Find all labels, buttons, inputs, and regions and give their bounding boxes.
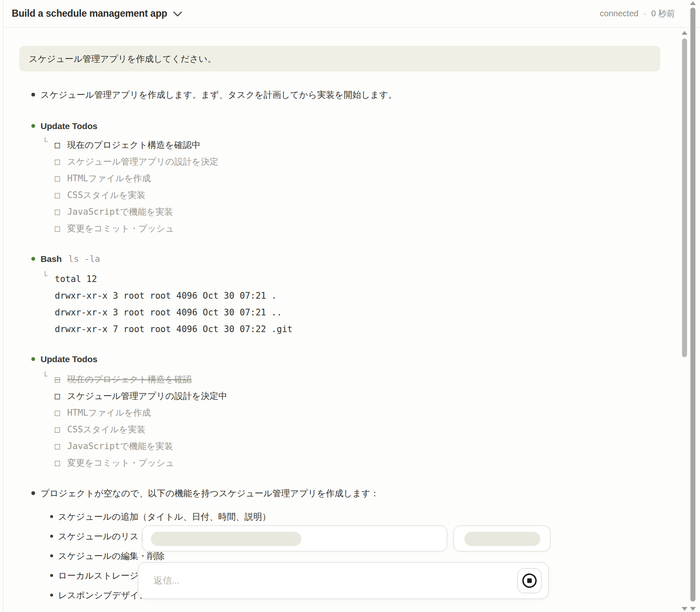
tree-corner-icon: └ — [43, 137, 47, 146]
user-message: スケジュール管理アプリを作成してください。 — [19, 46, 660, 71]
scroll-down-arrow-icon[interactable] — [682, 607, 687, 611]
app-window: Build a schedule management app connecte… — [0, 0, 700, 612]
connection-status: connected · 0 秒前 — [600, 8, 675, 19]
checkbox-icon: □ — [55, 140, 60, 150]
todo-item: └ □現在のプロジェクト構造を確認 — [55, 371, 679, 388]
reply-composer[interactable]: 返信... — [138, 562, 549, 599]
conversation-scroll-area[interactable]: スケジュール管理アプリを作成してください。 スケジュール管理アプリを作成します。… — [4, 28, 679, 612]
checkbox-icon: □ — [55, 223, 60, 234]
todo-item: □HTMLファイルを作成 — [55, 170, 679, 187]
tool-bullet-icon — [31, 257, 35, 261]
todo-item-text: JavaScriptで機能を実装 — [67, 207, 173, 217]
page-title: Build a schedule management app — [12, 8, 167, 19]
loading-skeleton-card — [453, 526, 550, 551]
bash-command: ls -la — [69, 254, 100, 264]
checkbox-icon: □ — [55, 173, 60, 183]
tool-call-update-todos: Update Todos — [41, 120, 679, 132]
todo-list: └ □現在のプロジェクト構造を確認 □スケジュール管理アプリの設計を決定中 □H… — [55, 371, 679, 471]
todo-item-text: HTMLファイルを作成 — [67, 173, 151, 183]
skeleton-pill — [151, 532, 301, 546]
todo-item: □スケジュール管理アプリの設計を決定 — [55, 153, 679, 170]
bash-output-line: drwxr-xr-x 7 root root 4096 Oct 30 07:22… — [55, 321, 679, 338]
todo-item: □CSSスタイルを実装 — [55, 421, 679, 438]
scroll-down-arrow-icon[interactable] — [690, 607, 696, 611]
header: Build a schedule management app connecte… — [3, 0, 700, 28]
todo-item: □変更をコミット・プッシュ — [55, 220, 679, 237]
scrollbar-thumb[interactable] — [690, 8, 695, 602]
tool-call-update-todos: Update Todos — [41, 353, 679, 365]
todo-item-text: CSSスタイルを実装 — [67, 424, 145, 434]
todo-list: └ □現在のプロジェクト構造を確認中 □スケジュール管理アプリの設計を決定 □H… — [55, 137, 679, 237]
tool-bullet-icon — [31, 124, 35, 128]
todo-item-text: HTMLファイルを作成 — [67, 408, 151, 418]
todo-item: □JavaScriptで機能を実装 — [55, 203, 679, 220]
tool-call-bash: Bashls -la — [41, 253, 679, 265]
bash-output-text: drwxr-xr-x 3 root root 4096 Oct 30 07:21… — [55, 291, 277, 301]
tool-name: Update Todos — [41, 121, 97, 131]
assistant-message-text: プロジェクトが空なので、以下の機能を持つスケジュール管理アプリを作成します： — [41, 488, 379, 498]
tree-corner-icon: └ — [43, 371, 47, 381]
todo-item: □変更をコミット・プッシュ — [55, 455, 679, 471]
todo-item-text: スケジュール管理アプリの設計を決定中 — [67, 391, 227, 401]
tool-name: Bash — [41, 254, 62, 264]
stop-icon — [521, 572, 538, 589]
left-panel-divider — [3, 0, 3, 612]
assistant-message: スケジュール管理アプリを作成します。まず、タスクを計画してから実装を開始します。 — [41, 89, 626, 101]
checkbox-icon: □ — [55, 207, 60, 217]
todo-item: └ □現在のプロジェクト構造を確認中 — [55, 137, 679, 153]
user-message-text: スケジュール管理アプリを作成してください。 — [29, 53, 216, 65]
feature-item: スケジュールの編集・削除 — [58, 550, 679, 562]
tool-bullet-icon — [31, 357, 35, 361]
stop-button[interactable] — [517, 568, 542, 593]
todo-item: □HTMLファイルを作成 — [55, 404, 679, 421]
todo-item-text: スケジュール管理アプリの設計を決定 — [67, 157, 219, 167]
checkbox-icon: □ — [55, 424, 60, 434]
content-scrollbar[interactable] — [681, 28, 688, 612]
checkbox-icon: □ — [55, 408, 60, 418]
bash-output-line: drwxr-xr-x 3 root root 4096 Oct 30 07:21… — [55, 287, 679, 304]
bash-output-line: └ total 12 — [55, 271, 679, 287]
assistant-message-text: スケジュール管理アプリを作成します。まず、タスクを計画してから実装を開始します。 — [41, 90, 397, 99]
todo-item: □CSSスタイルを実装 — [55, 187, 679, 203]
scroll-up-arrow-icon[interactable] — [682, 31, 687, 35]
todo-item-text: CSSスタイルを実装 — [67, 190, 145, 200]
checkbox-icon: □ — [55, 157, 60, 167]
reply-input-placeholder: 返信... — [153, 574, 179, 587]
bash-output: └ total 12 drwxr-xr-x 3 root root 4096 O… — [55, 271, 679, 338]
bash-output-text: drwxr-xr-x 7 root root 4096 Oct 30 07:22… — [55, 324, 293, 334]
bash-output-line: drwxr-xr-x 3 root root 4096 Oct 30 07:21… — [55, 304, 679, 321]
skeleton-pill — [464, 532, 540, 546]
status-timestamp: 0 秒前 — [651, 8, 675, 19]
checkbox-icon: □ — [55, 441, 60, 451]
todo-item: □JavaScriptで機能を実装 — [55, 438, 679, 455]
connection-state: connected — [600, 9, 638, 18]
window-scrollbar[interactable] — [690, 0, 696, 612]
checkbox-icon: □ — [55, 458, 60, 468]
todo-item-text: 変更をコミット・プッシュ — [67, 223, 174, 234]
checkbox-icon: □ — [55, 190, 60, 200]
bullet-icon — [31, 93, 35, 96]
checkbox-icon: □ — [55, 391, 60, 401]
status-separator: · — [644, 9, 647, 18]
todo-item-text: 現在のプロジェクト構造を確認 — [67, 374, 192, 384]
todo-item-text: JavaScriptで機能を実装 — [67, 441, 173, 451]
bash-output-text: total 12 — [55, 274, 97, 284]
tool-name: Update Todos — [41, 354, 97, 364]
conversation-title-dropdown[interactable]: Build a schedule management app — [12, 8, 182, 19]
todo-item-text: 現在のプロジェクト構造を確認中 — [67, 140, 201, 150]
scroll-up-arrow-icon[interactable] — [690, 1, 696, 5]
todo-item-text: 変更をコミット・プッシュ — [67, 458, 174, 468]
assistant-message: プロジェクトが空なので、以下の機能を持つスケジュール管理アプリを作成します： — [41, 488, 626, 499]
scrollbar-thumb[interactable] — [682, 38, 687, 357]
todo-item: □スケジュール管理アプリの設計を決定中 — [55, 388, 679, 404]
tree-corner-icon: └ — [43, 271, 47, 280]
bullet-icon — [31, 491, 35, 495]
checkbox-icon: □ — [55, 374, 60, 384]
bash-output-text: drwxr-xr-x 3 root root 4096 Oct 30 07:21… — [55, 307, 282, 317]
feature-item: スケジュールの追加（タイトル、日付、時間、説明） — [58, 510, 679, 523]
loading-skeleton-card — [142, 526, 447, 551]
chevron-down-icon — [173, 11, 182, 17]
